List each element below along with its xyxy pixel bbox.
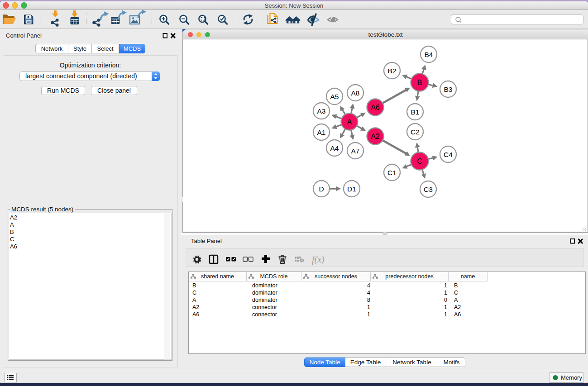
svg-text:A7: A7 [351, 147, 360, 155]
svg-text:B: B [417, 79, 422, 86]
svg-text:A8: A8 [351, 89, 360, 97]
svg-text:D: D [319, 185, 324, 193]
svg-text:C2: C2 [411, 128, 420, 136]
svg-text:A5: A5 [330, 93, 339, 100]
svg-text:A2: A2 [371, 133, 380, 140]
svg-text:B4: B4 [425, 51, 433, 58]
svg-text:B2: B2 [388, 67, 397, 75]
svg-text:A3: A3 [317, 107, 326, 115]
svg-text:B1: B1 [411, 108, 420, 116]
svg-text:A6: A6 [371, 104, 380, 111]
svg-text:f(x): f(x) [312, 254, 325, 265]
svg-text:A1: A1 [317, 129, 326, 136]
svg-text:B3: B3 [444, 86, 453, 93]
svg-text:A: A [347, 118, 352, 126]
svg-text:A4: A4 [330, 144, 339, 152]
svg-text:D1: D1 [347, 185, 356, 193]
svg-text:C4: C4 [444, 151, 453, 158]
svg-text:C: C [417, 157, 422, 165]
svg-text:Memory: Memory [561, 374, 582, 381]
svg-text:C1: C1 [387, 169, 397, 176]
svg-text:C3: C3 [424, 186, 433, 193]
